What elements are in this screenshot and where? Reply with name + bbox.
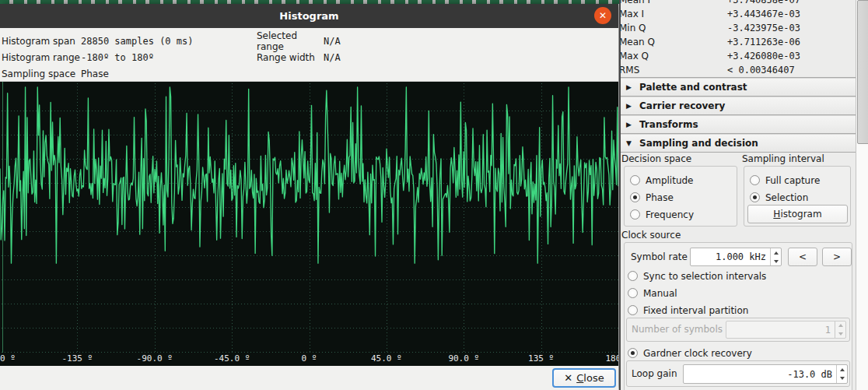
sampling-interval-title: Sampling interval [742,153,824,164]
loop-gain-value: -13.0 dB [684,369,836,380]
section-carrier-recovery[interactable]: ▶ Carrier recovery [621,97,856,115]
stat-row: Mean I +3.740858e-07 [621,0,856,7]
spin-down-icon[interactable] [837,374,847,384]
stat-row: Max I +3.443467e-03 [621,7,856,21]
radio-frequency[interactable]: Frequency [630,208,694,221]
x-tick-label: -180 º [0,353,16,364]
inspector-panel: Mean I +3.740858e-07 Max I +3.443467e-03… [619,0,868,390]
radio-amplitude[interactable]: Amplitude [630,174,694,187]
histogram-plot-area: -180 º-135 º-90.0 º-45.0 º0 º45.0 º90.0 … [0,81,618,366]
sampling-space-value: Phase [81,69,109,79]
spin-arrows [835,321,845,338]
spin-up-icon[interactable] [835,321,845,330]
stat-label: Max I [621,9,726,19]
dialog-footer: ✕ Close [0,366,618,390]
histogram-dialog: Histogram ✕ Histogram span 28850 samples… [0,4,618,390]
stat-value: +3.740858e-07 [727,0,800,5]
collapse-arrow-icon: ▶ [626,121,634,128]
symbol-rate-next-button[interactable]: > [822,248,852,266]
histogram-span-value: 28850 samples (0 ms) [81,36,194,47]
stat-row: Mean Q +3.711263e-06 [621,35,856,49]
radio-full-capture[interactable]: Full capture [750,174,820,187]
section-palette-and-contrast[interactable]: ▶ Palette and contrast [621,78,856,97]
expand-arrow-icon: ▼ [626,139,634,147]
radio-icon[interactable] [628,305,638,315]
histogram-button[interactable]: Histogram [747,205,848,223]
radio-icon[interactable] [630,209,640,220]
dialog-title: Histogram [279,10,338,22]
radio-icon[interactable] [628,271,638,281]
radio-manual[interactable]: Manual [628,286,677,300]
x-tick-label: 180 º [605,353,618,364]
section-label: Sampling and decision [639,138,758,149]
window-close-icon[interactable]: ✕ [594,7,611,24]
symbol-rate-spinbox[interactable]: 1.000 kHz [690,248,782,266]
spin-down-icon[interactable] [835,330,845,339]
x-tick-label: 45.0 º [371,353,402,364]
loop-gain-spinbox[interactable]: -13.0 dB [683,364,848,384]
range-width-label: Range width [257,52,324,63]
sampling-interval-group: Full capture Selection Histogram [744,166,851,227]
radio-icon[interactable] [628,288,638,298]
clock-source-group: Symbol rate 1.000 kHz < > Sync to select… [624,242,852,390]
radio-icon[interactable] [628,348,638,358]
number-of-symbols-value: 1 [726,325,835,336]
signal-stats: Mean I +3.740858e-07 Max I +3.443467e-03… [621,0,856,77]
radio-icon[interactable] [630,192,640,202]
stat-row: Min Q -3.423975e-03 [621,21,856,35]
radio-sync-selection-intervals[interactable]: Sync to selection intervals [628,269,766,283]
loop-gain-row: Loop gain -13.0 dB [626,360,850,387]
histogram-range-label: Histogram range [2,52,81,63]
stat-label: Mean Q [621,37,726,47]
number-of-symbols-spinbox[interactable]: 1 [726,321,846,339]
symbol-rate-prev-button[interactable]: < [788,248,817,266]
symbol-rate-label: Symbol rate [631,251,688,262]
histogram-range-value: -180º to 180º [81,52,154,63]
stat-label: Mean I [621,0,726,5]
x-tick-label: -90.0 º [137,353,173,364]
section-label: Transforms [639,119,698,130]
stat-label: Max Q [621,51,726,61]
info-row: Histogram range -180º to 180º [2,49,194,65]
symbol-rate-value: 1.000 kHz [691,251,770,262]
loop-gain-label: Loop gain [632,368,677,379]
dialog-titlebar[interactable]: Histogram ✕ [0,4,618,28]
radio-phase[interactable]: Phase [630,191,674,204]
stat-label: Min Q [621,23,726,33]
histogram-info-bar: Histogram span 28850 samples (0 ms) Hist… [0,28,618,81]
number-of-symbols-row: Number of symbols 1 [626,318,850,342]
spin-down-icon[interactable] [771,257,781,265]
stat-row: RMS < 0.00346407 [621,63,856,77]
section-sampling-and-decision[interactable]: ▼ Sampling and decision [621,134,856,153]
radio-fixed-interval-partition[interactable]: Fixed interval partition [628,304,748,317]
histogram-plot[interactable] [0,82,618,353]
radio-icon[interactable] [630,175,640,185]
decision-space-group: Amplitude Phase Frequency [624,166,737,227]
stat-value: < 0.00346407 [727,65,795,76]
scrollbar-thumb[interactable] [857,0,868,144]
section-transforms[interactable]: ▶ Transforms [621,115,856,134]
close-button[interactable]: ✕ Close [552,368,616,388]
clock-source-title: Clock source [621,230,681,241]
panel-scrollbar[interactable] [856,0,868,390]
spin-up-icon[interactable] [771,248,781,257]
histogram-span-label: Histogram span [2,36,81,47]
number-of-symbols-label: Number of symbols [632,324,723,335]
stat-label: RMS [621,65,726,76]
spin-arrows [770,248,781,265]
close-x-icon: ✕ [564,372,572,384]
x-tick-label: 90.0 º [448,353,479,364]
sampling-space-label: Sampling space [2,69,81,79]
radio-selection[interactable]: Selection [750,191,808,204]
stat-value: +3.711263e-06 [727,37,800,47]
section-label: Palette and contrast [639,82,747,93]
spin-up-icon[interactable] [837,365,847,374]
stat-value: +3.426080e-03 [727,51,800,61]
radio-icon[interactable] [750,175,760,185]
info-row: Sampling space Phase [2,65,194,82]
decision-space-title: Decision space [621,153,691,164]
x-tick-label: -45.0 º [214,353,250,364]
radio-gardner-clock-recovery[interactable]: Gardner clock recovery [628,346,752,360]
x-axis: -180 º-135 º-90.0 º-45.0 º0 º45.0 º90.0 … [0,353,618,367]
radio-icon[interactable] [750,192,760,202]
